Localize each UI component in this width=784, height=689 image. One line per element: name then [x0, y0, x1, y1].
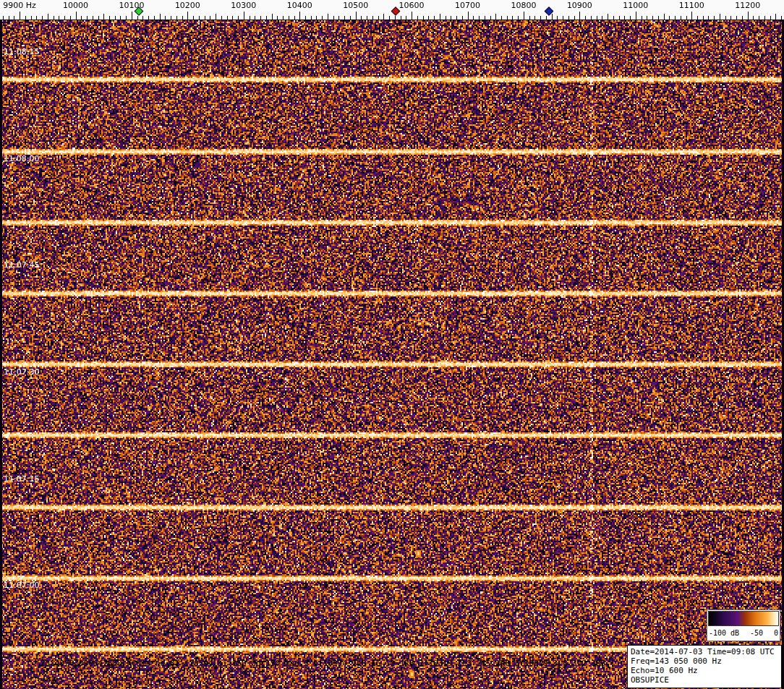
- freq-tick-label: 10400: [287, 1, 312, 10]
- colorbar-label-min: -100 dB: [709, 627, 739, 639]
- freq-tick-label: 10800: [511, 1, 536, 10]
- frequency-ruler: 9900 Hz100001010010200103001040010500106…: [0, 0, 784, 20]
- time-axis-label: 11:07:30: [4, 367, 39, 377]
- waterfall-area: 11:08:1511:08:0011:07:4511:07:3011:07:15…: [0, 20, 784, 689]
- freq-tick-label: 10000: [63, 1, 88, 10]
- freq-tick-label: 10900: [567, 1, 592, 10]
- freq-tick-label: 9900 Hz: [3, 1, 36, 10]
- freq-tick-label: 11200: [735, 1, 760, 10]
- freq-tick-label: 10300: [231, 1, 256, 10]
- freq-tick-label: 10700: [455, 1, 480, 10]
- time-axis-label: 11:08:00: [4, 154, 39, 163]
- spectrogram-canvas: [0, 20, 784, 689]
- time-axis-label: 11:07:45: [4, 260, 39, 270]
- info-echo-line: Echo=10 600 Hz: [631, 666, 778, 675]
- colorbar-label-mid: -50: [750, 627, 763, 639]
- freq-tick-label: 11100: [679, 1, 704, 10]
- footer-annotation: ^t+47: [32, 675, 56, 685]
- info-station-line: OBSUPICE: [631, 675, 778, 685]
- meteor-spectrogram-app: 9900 Hz100001010010200103001040010500106…: [0, 0, 784, 689]
- time-axis-label: 11:07:15: [4, 474, 39, 484]
- info-date-line: Date=2014-07-03 Time=09:08 UTC: [631, 647, 778, 656]
- observation-info-box: Date=2014-07-03 Time=09:08 UTC Freq=143 …: [627, 645, 782, 688]
- freq-tick-label: 11000: [623, 1, 648, 10]
- freq-tick-label: 10200: [175, 1, 200, 10]
- time-axis-label: 11:08:15: [4, 47, 39, 56]
- colorbar-labels: -100 dB -50 0: [707, 627, 780, 639]
- freq-tick-label: 10500: [343, 1, 368, 10]
- detection-annotation: 20140703090647680 hCnt4 nb-81-f10594 hit…: [41, 659, 605, 668]
- colorbar-label-max: 0: [774, 627, 778, 639]
- colorbar-gradient: [708, 611, 779, 626]
- info-freq-line: Freq=143 050 000 Hz: [631, 656, 778, 666]
- freq-tick-label: 10600: [399, 1, 425, 10]
- colorbar-legend: -100 dB -50 0: [707, 609, 780, 641]
- time-axis-label: 11:07:00: [4, 581, 39, 590]
